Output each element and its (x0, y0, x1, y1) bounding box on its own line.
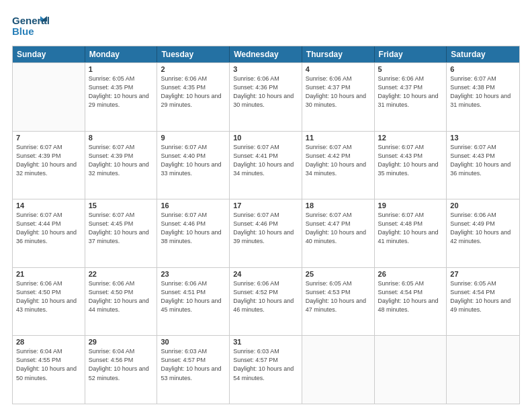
cal-cell: 24Sunrise: 6:06 AMSunset: 4:52 PMDayligh… (230, 268, 302, 336)
day-number: 9 (161, 134, 226, 142)
day-number: 7 (16, 134, 81, 142)
day-number: 23 (161, 270, 226, 278)
cal-cell: 27Sunrise: 6:05 AMSunset: 4:54 PMDayligh… (447, 268, 519, 336)
svg-text:Blue: Blue (12, 26, 34, 37)
day-number: 26 (378, 270, 443, 278)
day-number: 6 (450, 65, 516, 73)
cal-cell: 18Sunrise: 6:07 AMSunset: 4:47 PMDayligh… (302, 199, 375, 267)
day-info: Sunrise: 6:06 AMSunset: 4:35 PMDaylight:… (161, 75, 226, 109)
day-info: Sunrise: 6:07 AMSunset: 4:45 PMDaylight:… (89, 211, 154, 246)
day-info: Sunrise: 6:07 AMSunset: 4:43 PMDaylight:… (450, 143, 516, 178)
cal-header-cell: Friday (375, 46, 447, 62)
header: GeneralBlue (12, 12, 520, 39)
cal-cell (375, 336, 447, 404)
calendar-body: 1Sunrise: 6:05 AMSunset: 4:35 PMDaylight… (13, 62, 519, 404)
cal-header-cell: Sunday (13, 46, 85, 62)
cal-cell: 26Sunrise: 6:05 AMSunset: 4:54 PMDayligh… (375, 268, 447, 336)
cal-cell: 23Sunrise: 6:06 AMSunset: 4:51 PMDayligh… (157, 268, 230, 336)
day-info: Sunrise: 6:07 AMSunset: 4:47 PMDaylight:… (306, 211, 371, 246)
cal-cell: 29Sunrise: 6:04 AMSunset: 4:56 PMDayligh… (85, 336, 158, 404)
day-info: Sunrise: 6:06 AMSunset: 4:37 PMDaylight:… (306, 75, 371, 109)
day-info: Sunrise: 6:06 AMSunset: 4:50 PMDaylight:… (16, 279, 81, 314)
day-number: 18 (306, 201, 371, 210)
day-number: 1 (89, 65, 154, 73)
day-number: 17 (233, 201, 298, 210)
day-info: Sunrise: 6:04 AMSunset: 4:55 PMDaylight:… (16, 347, 81, 382)
day-number: 20 (450, 201, 516, 210)
calendar-header-row: SundayMondayTuesdayWednesdayThursdayFrid… (13, 46, 519, 62)
cal-cell: 21Sunrise: 6:06 AMSunset: 4:50 PMDayligh… (13, 268, 85, 336)
day-info: Sunrise: 6:07 AMSunset: 4:44 PMDaylight:… (16, 211, 81, 246)
cal-cell: 4Sunrise: 6:06 AMSunset: 4:37 PMDaylight… (302, 63, 375, 131)
cal-cell: 5Sunrise: 6:06 AMSunset: 4:37 PMDaylight… (375, 63, 447, 131)
day-info: Sunrise: 6:05 AMSunset: 4:54 PMDaylight:… (450, 279, 516, 314)
day-info: Sunrise: 6:04 AMSunset: 4:56 PMDaylight:… (89, 347, 154, 382)
day-number: 30 (161, 338, 226, 346)
day-number: 19 (378, 201, 443, 210)
day-number: 24 (233, 270, 298, 278)
day-number: 27 (450, 270, 516, 278)
cal-cell: 2Sunrise: 6:06 AMSunset: 4:35 PMDaylight… (157, 63, 230, 131)
day-info: Sunrise: 6:06 AMSunset: 4:37 PMDaylight:… (378, 75, 443, 109)
cal-cell: 6Sunrise: 6:07 AMSunset: 4:38 PMDaylight… (447, 63, 519, 131)
cal-week: 21Sunrise: 6:06 AMSunset: 4:50 PMDayligh… (13, 267, 519, 336)
day-info: Sunrise: 6:07 AMSunset: 4:48 PMDaylight:… (378, 211, 443, 246)
day-number: 10 (233, 134, 298, 142)
day-info: Sunrise: 6:05 AMSunset: 4:54 PMDaylight:… (378, 279, 443, 314)
cal-cell: 28Sunrise: 6:04 AMSunset: 4:55 PMDayligh… (13, 336, 85, 404)
cal-cell: 8Sunrise: 6:07 AMSunset: 4:39 PMDaylight… (85, 132, 158, 199)
day-number: 4 (306, 65, 371, 73)
day-number: 8 (89, 134, 154, 142)
logo: GeneralBlue (12, 12, 49, 39)
cal-week: 7Sunrise: 6:07 AMSunset: 4:39 PMDaylight… (13, 131, 519, 199)
day-number: 3 (233, 65, 298, 73)
cal-cell: 13Sunrise: 6:07 AMSunset: 4:43 PMDayligh… (447, 132, 519, 199)
cal-header-cell: Saturday (447, 46, 519, 62)
cal-week: 1Sunrise: 6:05 AMSunset: 4:35 PMDaylight… (13, 62, 519, 131)
day-info: Sunrise: 6:06 AMSunset: 4:49 PMDaylight:… (450, 211, 516, 246)
day-number: 16 (161, 201, 226, 210)
cal-cell: 15Sunrise: 6:07 AMSunset: 4:45 PMDayligh… (85, 199, 158, 267)
day-info: Sunrise: 6:07 AMSunset: 4:38 PMDaylight:… (450, 75, 516, 109)
day-number: 2 (161, 65, 226, 73)
day-number: 21 (16, 270, 81, 278)
day-info: Sunrise: 6:07 AMSunset: 4:40 PMDaylight:… (161, 143, 226, 178)
day-number: 22 (89, 270, 154, 278)
cal-header-cell: Wednesday (230, 46, 302, 62)
cal-cell: 31Sunrise: 6:03 AMSunset: 4:57 PMDayligh… (230, 336, 302, 404)
day-number: 5 (378, 65, 443, 73)
cal-cell: 9Sunrise: 6:07 AMSunset: 4:40 PMDaylight… (157, 132, 230, 199)
cal-cell: 25Sunrise: 6:05 AMSunset: 4:53 PMDayligh… (302, 268, 375, 336)
day-info: Sunrise: 6:07 AMSunset: 4:46 PMDaylight:… (161, 211, 226, 246)
cal-week: 28Sunrise: 6:04 AMSunset: 4:55 PMDayligh… (13, 335, 519, 404)
cal-cell: 11Sunrise: 6:07 AMSunset: 4:42 PMDayligh… (302, 132, 375, 199)
day-info: Sunrise: 6:06 AMSunset: 4:36 PMDaylight:… (233, 75, 298, 109)
day-number: 12 (378, 134, 443, 142)
calendar: SundayMondayTuesdayWednesdayThursdayFrid… (12, 46, 520, 404)
cal-week: 14Sunrise: 6:07 AMSunset: 4:44 PMDayligh… (13, 199, 519, 267)
day-info: Sunrise: 6:07 AMSunset: 4:41 PMDaylight:… (233, 143, 298, 178)
cal-cell: 12Sunrise: 6:07 AMSunset: 4:43 PMDayligh… (375, 132, 447, 199)
logo-svg: GeneralBlue (12, 12, 49, 39)
cal-cell: 20Sunrise: 6:06 AMSunset: 4:49 PMDayligh… (447, 199, 519, 267)
cal-cell: 14Sunrise: 6:07 AMSunset: 4:44 PMDayligh… (13, 199, 85, 267)
day-number: 28 (16, 338, 81, 346)
cal-cell (13, 63, 85, 131)
day-number: 13 (450, 134, 516, 142)
cal-cell (302, 336, 375, 404)
cal-cell: 16Sunrise: 6:07 AMSunset: 4:46 PMDayligh… (157, 199, 230, 267)
day-number: 14 (16, 201, 81, 210)
day-number: 15 (89, 201, 154, 210)
day-info: Sunrise: 6:06 AMSunset: 4:51 PMDaylight:… (161, 279, 226, 314)
cal-cell: 3Sunrise: 6:06 AMSunset: 4:36 PMDaylight… (230, 63, 302, 131)
page: GeneralBlue SundayMondayTuesdayWednesday… (0, 0, 532, 411)
cal-cell: 22Sunrise: 6:06 AMSunset: 4:50 PMDayligh… (85, 268, 158, 336)
cal-cell (447, 336, 519, 404)
cal-cell: 30Sunrise: 6:03 AMSunset: 4:57 PMDayligh… (157, 336, 230, 404)
day-number: 29 (89, 338, 154, 346)
cal-cell: 7Sunrise: 6:07 AMSunset: 4:39 PMDaylight… (13, 132, 85, 199)
cal-cell: 19Sunrise: 6:07 AMSunset: 4:48 PMDayligh… (375, 199, 447, 267)
day-number: 31 (233, 338, 298, 346)
day-info: Sunrise: 6:07 AMSunset: 4:39 PMDaylight:… (89, 143, 154, 178)
cal-header-cell: Thursday (302, 46, 375, 62)
